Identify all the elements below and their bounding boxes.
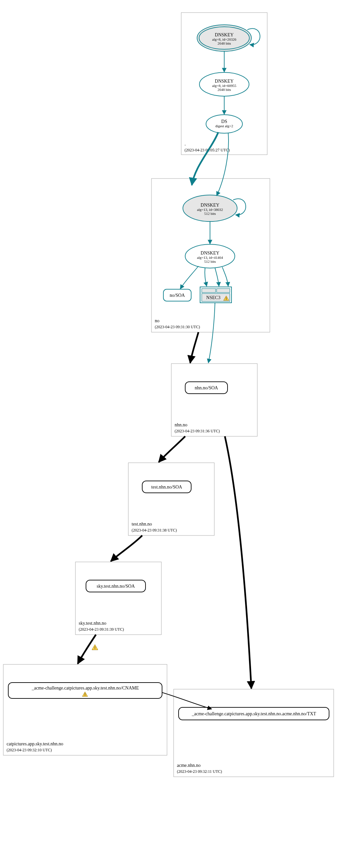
zone-sky-ts: (2023-04-23 09:31:39 UTC) xyxy=(79,627,124,632)
zone-cat-title: catpictures.app.sky.test.nhn.no xyxy=(7,741,63,746)
dnsviz-diagram: . (2023-04-23 08:05:27 UTC) no (2023-04-… xyxy=(0,0,337,868)
edge-no-zsk-nsec3-a xyxy=(205,268,207,286)
svg-text:_acme-challenge.catpictures.ap: _acme-challenge.catpictures.app.sky.test… xyxy=(191,711,316,716)
svg-text:!: ! xyxy=(225,297,227,301)
svg-text:DNSKEY: DNSKEY xyxy=(201,203,220,208)
zone-nhn-ts: (2023-04-23 09:31:36 UTC) xyxy=(175,429,220,433)
svg-text:!: ! xyxy=(94,646,96,650)
svg-text:2048 bits: 2048 bits xyxy=(218,88,231,92)
edge-nsec3-to-nhn xyxy=(208,303,215,363)
svg-text:_acme-challenge.catpictures.ap: _acme-challenge.catpictures.app.sky.test… xyxy=(31,686,139,690)
svg-text:512 bits: 512 bits xyxy=(204,259,216,264)
node-cat-cname[interactable]: _acme-challenge.catpictures.app.sky.test… xyxy=(8,683,162,699)
node-no-ksk[interactable]: DNSKEY alg=13, id=38032 512 bits xyxy=(183,195,237,221)
zone-cat-ts: (2023-04-23 09:32:10 UTC) xyxy=(7,748,52,752)
zone-root-title: . xyxy=(185,142,186,147)
zone-sky-title: sky.test.nhn.no xyxy=(79,621,106,626)
zone-nhn-title: nhn.no xyxy=(175,423,187,427)
svg-text:sky.test.nhn.no/SOA: sky.test.nhn.no/SOA xyxy=(97,584,135,589)
svg-text:alg=8, id=60955: alg=8, id=60955 xyxy=(212,84,237,88)
edge-ds-to-noksk xyxy=(217,133,228,196)
edge-cname-to-txt xyxy=(162,692,212,709)
svg-text:2048 bits: 2048 bits xyxy=(218,41,231,45)
svg-text:digest alg=2: digest alg=2 xyxy=(215,124,233,128)
node-nhn-soa[interactable]: nhn.no/SOA xyxy=(185,382,227,394)
node-test-soa[interactable]: test.nhn.no/SOA xyxy=(142,481,191,493)
edge-no-zsk-nsec3-c xyxy=(222,267,228,286)
svg-text:512 bits: 512 bits xyxy=(204,212,216,216)
edge-test-to-sky xyxy=(111,535,142,561)
warning-icon: ! xyxy=(92,645,98,650)
svg-text:alg=13, id=41404: alg=13, id=41404 xyxy=(197,255,223,259)
node-no-soa[interactable]: no/SOA xyxy=(163,289,191,301)
node-no-zsk[interactable]: DNSKEY alg=13, id=41404 512 bits xyxy=(185,244,235,268)
node-root-zsk[interactable]: DNSKEY alg=8, id=60955 2048 bits xyxy=(200,72,249,96)
svg-text:DNSKEY: DNSKEY xyxy=(215,79,234,84)
svg-rect-23 xyxy=(202,288,216,292)
edge-no-zsk-soa xyxy=(180,266,198,289)
svg-text:NSEC3: NSEC3 xyxy=(206,295,221,300)
svg-text:DNSKEY: DNSKEY xyxy=(201,251,220,255)
edge-nhn-to-test xyxy=(159,436,185,462)
zone-test-ts: (2023-04-23 09:31:38 UTC) xyxy=(132,528,177,532)
edge-no-zsk-nsec3-b xyxy=(215,268,219,286)
edge-no-to-nhn xyxy=(190,332,198,363)
svg-text:DNSKEY: DNSKEY xyxy=(215,32,234,37)
node-sky-soa[interactable]: sky.test.nhn.no/SOA xyxy=(86,580,146,592)
zone-test-title: test.nhn.no xyxy=(132,522,152,527)
svg-text:alg=13, id=38032: alg=13, id=38032 xyxy=(197,208,223,212)
node-root-ksk[interactable]: DNSKEY alg=8, id=20326 2048 bits xyxy=(197,25,251,51)
svg-text:no/SOA: no/SOA xyxy=(170,293,185,298)
svg-rect-24 xyxy=(217,288,230,292)
svg-text:DS: DS xyxy=(221,119,227,124)
svg-text:test.nhn.no/SOA: test.nhn.no/SOA xyxy=(151,485,182,490)
node-no-nsec3[interactable]: NSEC3 ! xyxy=(200,287,232,303)
node-acme-txt[interactable]: _acme-challenge.catpictures.app.sky.test… xyxy=(179,707,329,720)
zone-no-title: no xyxy=(155,318,159,323)
svg-text:alg=8, id=20326: alg=8, id=20326 xyxy=(212,37,237,41)
zone-acme-ts: (2023-04-23 09:32:11 UTC) xyxy=(177,769,222,774)
zone-no-ts: (2023-04-23 09:31:30 UTC) xyxy=(155,324,200,329)
edge-root-to-no-thick xyxy=(192,132,218,185)
zone-acme-title: acme.nhn.no xyxy=(177,763,201,768)
svg-text:nhn.no/SOA: nhn.no/SOA xyxy=(195,385,218,391)
edge-nhn-to-acme xyxy=(225,436,251,688)
svg-text:!: ! xyxy=(84,692,86,696)
node-root-ds[interactable]: DS digest alg=2 xyxy=(206,115,242,133)
